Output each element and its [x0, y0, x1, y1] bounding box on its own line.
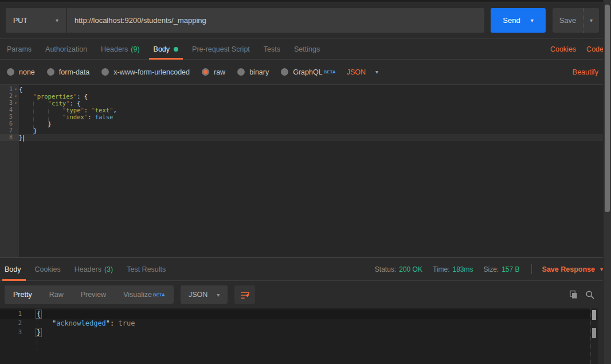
request-tab-headers[interactable]: Headers(9)	[94, 39, 147, 59]
view-tab-pretty[interactable]: Pretty	[5, 285, 41, 304]
radio-none-icon[interactable]	[7, 68, 14, 76]
body-mode-none[interactable]: none	[7, 68, 35, 76]
meta-divider	[531, 264, 532, 274]
radio-raw-icon[interactable]	[202, 68, 209, 76]
fold-caret-icon[interactable]: ▾	[13, 93, 19, 100]
tab-label: Authorization	[45, 45, 87, 53]
code-line-7[interactable]: 7 }	[0, 127, 611, 134]
body-mode-x-www-form-urlencoded[interactable]: x-www-form-urlencoded	[101, 68, 190, 76]
response-body-viewer[interactable]: 1{2 "acknowledged": true3}	[0, 308, 590, 364]
radio-x-www-form-urlencoded-icon[interactable]	[101, 68, 109, 76]
search-icon[interactable]	[585, 290, 594, 299]
code-link[interactable]: Code	[586, 45, 604, 53]
line-number: 3	[0, 328, 22, 337]
request-tabs-row: ParamsAuthorizationHeaders(9)BodyPre-req…	[0, 38, 611, 60]
code-text: }	[19, 120, 52, 127]
response-tab-test-results[interactable]: Test Results	[120, 258, 173, 280]
request-body-editor[interactable]: 1▾{2▾ "properties": {3▾ "city": {4 "type…	[0, 84, 611, 257]
wrap-text-button[interactable]	[234, 285, 255, 304]
chevron-down-icon: ▾	[375, 69, 378, 75]
fold-gutter	[13, 134, 19, 141]
response-line-3[interactable]: 3}	[0, 328, 590, 337]
code-line-8[interactable]: 8}	[0, 134, 611, 141]
radio-binary-icon[interactable]	[237, 68, 245, 76]
request-tab-body[interactable]: Body	[147, 39, 186, 59]
window-scrollbar-thumb[interactable]	[605, 5, 610, 212]
view-tab-preview[interactable]: Preview	[72, 285, 115, 304]
request-tab-authorization[interactable]: Authorization	[38, 39, 94, 59]
beta-badge: BETA	[153, 292, 165, 298]
mode-label: GraphQL	[293, 68, 322, 76]
mode-label: x-www-form-urlencoded	[113, 68, 190, 76]
request-tabs: ParamsAuthorizationHeaders(9)BodyPre-req…	[0, 39, 327, 59]
response-view-toggle: PrettyRawPreviewVisualizeBETA	[5, 285, 174, 304]
body-mode-form-data[interactable]: form-data	[47, 68, 90, 76]
fold-caret-icon[interactable]: ▾	[13, 86, 19, 93]
code-line-6[interactable]: 6 }	[0, 120, 611, 127]
cookies-link[interactable]: Cookies	[550, 45, 576, 53]
mode-label: form-data	[59, 68, 90, 76]
view-tab-raw[interactable]: Raw	[41, 285, 72, 304]
request-url-bar: PUT ▾ http://localhost:9200/students/_ma…	[6, 8, 484, 33]
mode-label: binary	[249, 68, 269, 76]
response-meta-values: Status:200 OKTime:183msSize:157 B	[365, 265, 520, 273]
line-number: 1	[0, 86, 13, 93]
radio-graphql-icon[interactable]	[281, 68, 288, 76]
response-toolbar: PrettyRawPreviewVisualizeBETA JSON ▾	[0, 281, 611, 308]
code-line-3[interactable]: 3▾ "city": {	[0, 100, 611, 107]
body-filled-dot-icon	[174, 47, 178, 52]
code-line-4[interactable]: 4 "type": "text",	[0, 107, 611, 113]
response-line-2[interactable]: 2 "acknowledged": true	[0, 319, 590, 328]
line-number: 3	[0, 100, 13, 107]
beautify-link[interactable]: Beautify	[573, 68, 598, 76]
method-dropdown[interactable]: PUT ▾	[6, 8, 67, 33]
body-mode-raw[interactable]: raw	[202, 68, 225, 76]
code-text: "index": false	[19, 113, 113, 120]
line-number: 4	[0, 107, 13, 113]
code-text: "type": "text",	[19, 107, 117, 113]
wrap-text-icon	[240, 291, 250, 299]
response-language-dropdown[interactable]: JSON ▾	[181, 285, 228, 304]
code-text: }	[19, 134, 23, 141]
send-label: Send	[503, 16, 520, 25]
url-input[interactable]: http://localhost:9200/students/_mapping	[67, 8, 484, 33]
code-text: {	[36, 310, 42, 319]
send-chevron-down-icon[interactable]: ▾	[531, 17, 534, 24]
code-line-1[interactable]: 1▾{	[0, 86, 611, 93]
code-line-2[interactable]: 2▾ "properties": {	[0, 93, 611, 100]
save-response-label: Save Response	[542, 265, 595, 273]
radio-form-data-icon[interactable]	[47, 68, 54, 76]
meta-label: Time:	[433, 265, 450, 273]
response-scrollbar[interactable]	[590, 308, 598, 364]
response-line-1[interactable]: 1{	[0, 310, 590, 319]
response-scrollbar-thumb[interactable]	[592, 310, 596, 320]
copy-icon[interactable]	[569, 290, 578, 299]
body-mode-binary[interactable]: binary	[237, 68, 269, 76]
window-scrollbar[interactable]	[603, 0, 611, 364]
response-tab-headers[interactable]: Headers(3)	[68, 258, 120, 280]
body-mode-graphql[interactable]: GraphQLBETA	[281, 68, 335, 76]
send-button[interactable]: Send ▾	[491, 8, 546, 33]
save-label: Save	[553, 8, 583, 33]
save-response-button[interactable]: Save Response ▾	[542, 265, 603, 273]
body-mode-row: noneform-datax-www-form-urlencodedrawbin…	[0, 60, 611, 84]
response-tab-cookies[interactable]: Cookies	[28, 258, 68, 280]
line-number: 5	[0, 113, 13, 120]
fold-caret-icon[interactable]: ▾	[13, 100, 19, 107]
request-tab-tests[interactable]: Tests	[257, 39, 287, 59]
view-tab-visualize[interactable]: VisualizeBETA	[115, 285, 174, 304]
tab-count: (3)	[104, 265, 113, 273]
save-chevron-button[interactable]: ▾	[583, 8, 599, 33]
request-tab-settings[interactable]: Settings	[287, 39, 327, 59]
request-tab-pre-request-script[interactable]: Pre-request Script	[185, 39, 257, 59]
view-tab-label: Visualize	[123, 291, 152, 299]
body-language-dropdown[interactable]: JSON ▾	[347, 68, 378, 76]
code-line-5[interactable]: 5 "index": false	[0, 113, 611, 120]
view-tab-label: Preview	[81, 291, 106, 299]
request-code-lines: 1▾{2▾ "properties": {3▾ "city": {4 "type…	[0, 86, 611, 141]
response-tab-body[interactable]: Body	[0, 258, 28, 280]
request-tab-params[interactable]: Params	[0, 39, 38, 59]
save-button[interactable]: Save ▾	[553, 8, 599, 33]
meta-value: 157 B	[502, 265, 519, 273]
line-number: 1	[0, 310, 22, 319]
